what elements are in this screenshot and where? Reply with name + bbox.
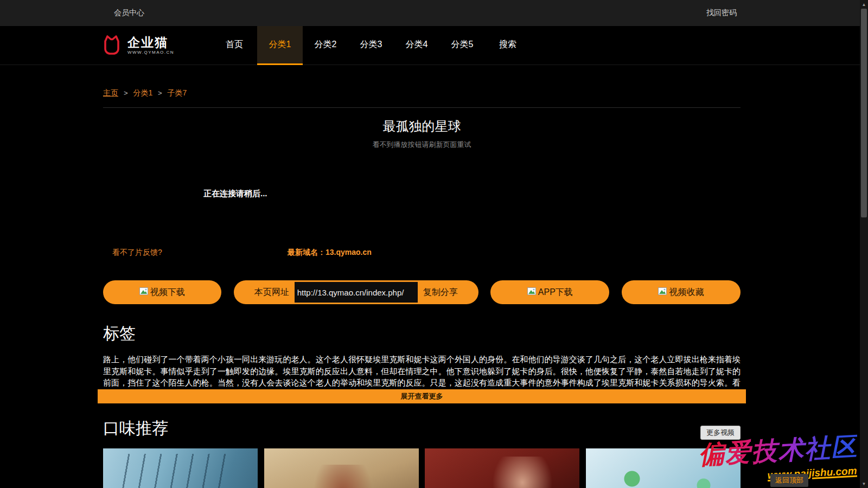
logo-name: 企业猫 — [127, 36, 174, 49]
nav-item-category3[interactable]: 分类3 — [348, 26, 394, 65]
recommend-header: 口味推荐 更多视频 — [103, 418, 741, 440]
video-favorite-label: 视频收藏 — [669, 287, 704, 298]
topbar: 会员中心 找回密码 — [0, 0, 868, 26]
broken-image-icon — [527, 287, 536, 297]
main-nav: 首页 分类1 分类2 分类3 分类4 分类5 搜索 — [212, 26, 531, 65]
breadcrumb-separator: > — [124, 89, 128, 97]
scroll-up-icon[interactable]: ▲ — [860, 0, 868, 9]
video-download-label: 视频下载 — [150, 287, 185, 298]
video-title: 最孤独的星球 — [103, 118, 741, 135]
video-thumbnail[interactable] — [586, 448, 741, 488]
video-subtitle-hint: 看不到播放按钮请刷新页面重试 — [103, 140, 741, 150]
latest-domain-text: 最新域名：13.qymao.cn — [288, 248, 372, 258]
main-content: 主页 > 分类1 > 子类7 最孤独的星球 看不到播放按钮请刷新页面重试 正在连… — [103, 65, 741, 488]
nav-item-category2[interactable]: 分类2 — [303, 26, 348, 65]
playback-feedback-link[interactable]: 看不了片反馈? — [112, 248, 162, 258]
breadcrumb: 主页 > 分类1 > 子类7 — [103, 65, 741, 98]
action-button-row: 视频下载 本页网址 复制分享 APP下载 — [103, 280, 741, 304]
tags-heading: 标签 — [103, 323, 741, 345]
app-download-button[interactable]: APP下载 — [490, 280, 609, 304]
page-url-input[interactable] — [295, 282, 418, 303]
broken-image-icon — [139, 287, 148, 297]
video-favorite-button[interactable]: 视频收藏 — [622, 280, 741, 304]
logo-site-url: WWW.QYMAO.CN — [127, 50, 174, 55]
member-center-link[interactable]: 会员中心 — [100, 8, 144, 18]
nav-item-category5[interactable]: 分类5 — [439, 26, 485, 65]
app-download-label: APP下载 — [538, 287, 573, 298]
nav-item-category1[interactable]: 分类1 — [257, 26, 303, 65]
copy-share-button[interactable]: 复制分享 — [423, 287, 458, 298]
cat-logo-icon — [100, 33, 123, 58]
recommend-heading: 口味推荐 — [103, 418, 168, 440]
video-description-text: 路上，他们碰到了一个带着两个小孩一同出来游玩的老人。这个老人很怀疑埃里克斯和妮卡… — [103, 354, 741, 388]
scrollbar-thumb[interactable] — [861, 9, 867, 217]
find-password-link[interactable]: 找回密码 — [706, 8, 743, 18]
site-logo[interactable]: 企业猫 WWW.QYMAO.CN — [100, 33, 212, 58]
site-header: 企业猫 WWW.QYMAO.CN 首页 分类1 分类2 分类3 分类4 分类5 … — [0, 26, 868, 65]
back-to-top-button[interactable]: 返回顶部 — [770, 474, 808, 487]
vertical-scrollbar[interactable]: ▲ ▼ — [860, 0, 868, 488]
nav-item-home[interactable]: 首页 — [212, 26, 257, 65]
breadcrumb-divider — [103, 107, 741, 108]
breadcrumb-category-link[interactable]: 分类1 — [133, 88, 152, 97]
video-thumbnail[interactable] — [425, 448, 579, 488]
player-connecting-status: 正在连接请稍后... — [203, 189, 267, 199]
video-download-button[interactable]: 视频下载 — [103, 280, 221, 304]
video-thumbnail[interactable] — [264, 448, 419, 488]
scroll-down-icon[interactable]: ▼ — [860, 479, 868, 488]
page-url-share-group: 本页网址 复制分享 — [234, 280, 478, 304]
video-player[interactable]: 正在连接请稍后... 看不了片反馈? 最新域名：13.qymao.cn — [103, 155, 741, 261]
video-thumbnail[interactable] — [103, 448, 258, 488]
more-videos-button[interactable]: 更多视频 — [700, 426, 741, 440]
nav-item-search[interactable]: 搜索 — [485, 26, 531, 65]
breadcrumb-separator: > — [158, 89, 162, 97]
expand-more-button[interactable]: 展开查看更多 — [98, 389, 746, 403]
page-url-label: 本页网址 — [254, 287, 289, 298]
recommend-thumbnails — [103, 448, 741, 488]
breadcrumb-home-link[interactable]: 主页 — [103, 88, 118, 97]
nav-item-category4[interactable]: 分类4 — [394, 26, 439, 65]
breadcrumb-subcategory-link[interactable]: 子类7 — [168, 88, 187, 97]
broken-image-icon — [658, 287, 667, 297]
